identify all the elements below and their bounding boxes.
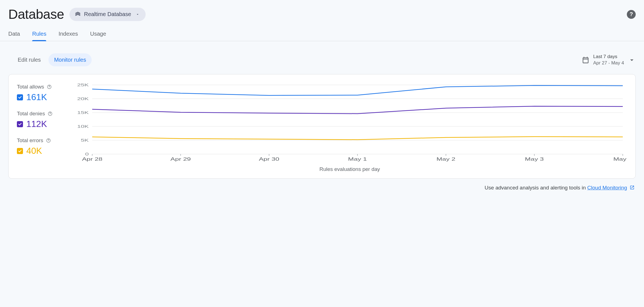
svg-text:Apr 30: Apr 30	[259, 157, 279, 162]
chart: 05K10K15K20K25KApr 28Apr 29Apr 30May 1Ma…	[72, 82, 627, 172]
tab-data[interactable]: Data	[8, 27, 20, 41]
tab-rules[interactable]: Rules	[32, 27, 46, 41]
check-icon	[18, 122, 22, 126]
chart-xlabel: Rules evaluations per day	[72, 166, 627, 172]
svg-text:May 2: May 2	[436, 157, 455, 162]
date-range-value: Apr 27 - May 4	[593, 60, 624, 66]
legend-value-allows: 161K	[26, 92, 47, 102]
legend-label-allows: Total allows	[17, 84, 44, 90]
svg-text:5K: 5K	[81, 138, 89, 142]
footer-text: Use advanced analysis and alerting tools…	[485, 185, 587, 191]
svg-text:May 1: May 1	[348, 157, 367, 162]
svg-text:15K: 15K	[77, 110, 89, 115]
header: Database Realtime Database ?	[0, 0, 644, 27]
legend-item-errors: Total errors 40K	[17, 137, 64, 156]
check-icon	[18, 95, 22, 100]
svg-text:Apr 29: Apr 29	[171, 157, 191, 162]
legend-item-denies: Total denies 112K	[17, 111, 64, 129]
legend-value-denies: 112K	[26, 119, 47, 129]
legend-label-denies: Total denies	[17, 111, 45, 117]
subtab-edit-rules[interactable]: Edit rules	[12, 53, 46, 66]
database-selector-label: Realtime Database	[84, 11, 131, 17]
footer-note: Use advanced analysis and alerting tools…	[0, 179, 644, 191]
legend-value-errors: 40K	[26, 146, 42, 156]
svg-text:Apr 28: Apr 28	[82, 157, 102, 162]
legend-checkbox-denies[interactable]	[17, 121, 23, 127]
help-icon[interactable]	[46, 138, 51, 143]
svg-text:10K: 10K	[77, 124, 89, 129]
tab-indexes[interactable]: Indexes	[58, 27, 78, 41]
page-title: Database	[8, 7, 64, 22]
main-tabs: Data Rules Indexes Usage	[0, 27, 644, 41]
svg-text:May 4: May 4	[613, 157, 627, 162]
subheader: Edit rules Monitor rules Last 7 days Apr…	[0, 41, 644, 72]
svg-text:May 3: May 3	[525, 157, 544, 162]
database-selector[interactable]: Realtime Database	[69, 8, 145, 21]
date-range-text: Last 7 days Apr 27 - May 4	[593, 54, 624, 66]
cloud-monitoring-link[interactable]: Cloud Monitoring	[587, 185, 627, 191]
realtime-database-icon	[74, 11, 81, 18]
help-icon: ?	[630, 11, 633, 17]
svg-text:20K: 20K	[77, 96, 89, 101]
check-icon	[18, 149, 22, 153]
help-icon[interactable]	[47, 84, 52, 89]
svg-point-3	[50, 115, 50, 115]
tab-usage[interactable]: Usage	[90, 27, 106, 41]
chart-legend: Total allows 161K Total denies	[17, 82, 64, 172]
line-chart: 05K10K15K20K25KApr 28Apr 29Apr 30May 1Ma…	[72, 82, 627, 162]
date-range-label: Last 7 days	[593, 54, 624, 60]
rules-subtabs: Edit rules Monitor rules	[12, 53, 92, 66]
chevron-down-icon	[136, 12, 140, 16]
calendar-icon	[582, 56, 589, 64]
legend-item-allows: Total allows 161K	[17, 84, 64, 102]
help-icon[interactable]	[48, 111, 53, 116]
legend-checkbox-allows[interactable]	[17, 94, 23, 100]
svg-text:25K: 25K	[77, 82, 89, 87]
legend-label-errors: Total errors	[17, 137, 43, 144]
subtab-monitor-rules[interactable]: Monitor rules	[48, 53, 92, 66]
chevron-down-icon	[628, 56, 636, 64]
svg-point-1	[49, 88, 50, 88]
svg-text:0: 0	[85, 152, 89, 156]
svg-point-5	[48, 141, 48, 142]
external-link-icon	[630, 185, 635, 190]
legend-checkbox-errors[interactable]	[17, 148, 23, 154]
chart-card: Total allows 161K Total denies	[8, 74, 636, 179]
date-range-picker[interactable]: Last 7 days Apr 27 - May 4	[582, 54, 636, 66]
help-button[interactable]: ?	[627, 10, 636, 19]
